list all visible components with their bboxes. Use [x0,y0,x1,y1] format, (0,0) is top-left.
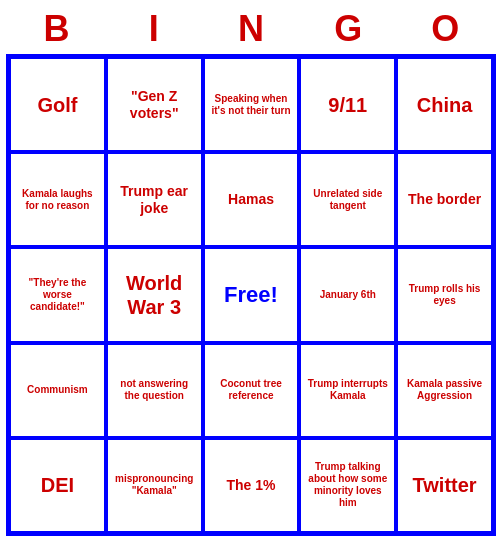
bingo-cell: Unrelated side tangent [299,152,396,247]
bingo-cell: Trump rolls his eyes [396,247,493,342]
bingo-cell: World War 3 [106,247,203,342]
bingo-cell: not answering the question [106,343,203,438]
bingo-cell: DEI [9,438,106,533]
bingo-cell: Trump interrupts Kamala [299,343,396,438]
bingo-cell: Hamas [203,152,300,247]
bingo-letter: N [208,8,294,50]
bingo-cell: "Gen Z voters" [106,57,203,152]
bingo-cell: Free! [203,247,300,342]
bingo-cell: Golf [9,57,106,152]
bingo-cell: Speaking when it's not their turn [203,57,300,152]
bingo-cell: mispronouncing "Kamala" [106,438,203,533]
bingo-header: BINGO [8,8,494,50]
bingo-letter: I [111,8,197,50]
bingo-cell: 9/11 [299,57,396,152]
bingo-cell: "They're the worse candidate!" [9,247,106,342]
bingo-cell: The border [396,152,493,247]
bingo-cell: Communism [9,343,106,438]
bingo-cell: Trump ear joke [106,152,203,247]
bingo-letter: O [402,8,488,50]
bingo-letter: G [305,8,391,50]
bingo-cell: Trump talking about how some minority lo… [299,438,396,533]
bingo-cell: China [396,57,493,152]
bingo-cell: The 1% [203,438,300,533]
bingo-grid: Golf"Gen Z voters"Speaking when it's not… [6,54,496,536]
bingo-cell: Twitter [396,438,493,533]
bingo-letter: B [14,8,100,50]
bingo-cell: Coconut tree reference [203,343,300,438]
bingo-cell: Kamala passive Aggression [396,343,493,438]
bingo-cell: January 6th [299,247,396,342]
bingo-cell: Kamala laughs for no reason [9,152,106,247]
